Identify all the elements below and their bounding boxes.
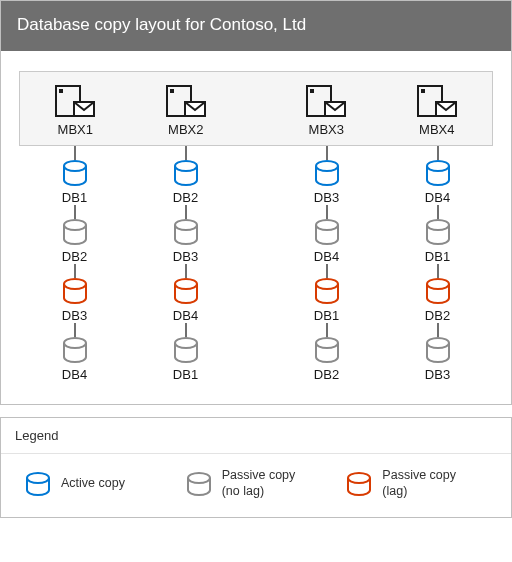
diagram-content: MBX1 MBX2 MBX3 MBX4 DB1 DB2 (1, 51, 511, 404)
server-label: MBX4 (419, 122, 454, 137)
svg-point-19 (175, 338, 197, 348)
server: MBX3 (271, 82, 382, 137)
db-copy: DB2 (425, 278, 451, 323)
db-copy: DB3 (425, 337, 451, 382)
legend-frame: Legend Active copy Passive copy(no lag) … (0, 417, 512, 518)
diagram-frame: Database copy layout for Contoso, Ltd MB… (0, 0, 512, 405)
database-icon (425, 160, 451, 186)
svg-point-23 (316, 338, 338, 348)
svg-rect-7 (310, 89, 314, 93)
database-icon (314, 278, 340, 304)
connector (437, 205, 439, 219)
dag-server-row: MBX1 MBX2 MBX3 MBX4 (19, 71, 493, 146)
connector (74, 146, 76, 160)
svg-point-25 (427, 220, 449, 230)
db-label: DB1 (173, 367, 198, 382)
db-label: DB1 (425, 249, 450, 264)
database-icon (425, 278, 451, 304)
database-icon (173, 219, 199, 245)
svg-point-30 (348, 473, 370, 483)
connector (326, 323, 328, 337)
server-gap (241, 82, 271, 137)
server-icon-wrap (305, 82, 347, 118)
server: MBX1 (20, 82, 131, 137)
server-label: MBX2 (168, 122, 203, 137)
server-icon-wrap (165, 82, 207, 118)
stack-gap (241, 146, 271, 382)
db-copy: DB4 (173, 278, 199, 323)
database-icon (62, 219, 88, 245)
db-copy: DB1 (62, 160, 88, 205)
db-label: DB2 (62, 249, 87, 264)
svg-point-13 (64, 220, 86, 230)
server-icon-wrap (54, 82, 96, 118)
db-label: DB4 (425, 190, 450, 205)
svg-point-16 (175, 161, 197, 171)
legend-heading: Legend (1, 418, 511, 454)
db-copy: DB1 (425, 219, 451, 264)
svg-point-15 (64, 338, 86, 348)
svg-point-28 (27, 473, 49, 483)
svg-rect-10 (421, 89, 425, 93)
db-label: DB1 (62, 190, 87, 205)
connector (437, 323, 439, 337)
db-label: DB3 (425, 367, 450, 382)
copy-stack: DB4 DB1 DB2 DB3 (382, 146, 493, 382)
connector (185, 205, 187, 219)
db-label: DB3 (62, 308, 87, 323)
database-icon (173, 337, 199, 363)
legend-label: Passive copy(lag) (382, 468, 456, 499)
connector (74, 323, 76, 337)
svg-rect-4 (170, 89, 174, 93)
database-icon (314, 219, 340, 245)
database-icon (314, 337, 340, 363)
connector (437, 264, 439, 278)
connector (185, 264, 187, 278)
database-icon (346, 472, 372, 496)
server-label: MBX3 (309, 122, 344, 137)
database-icon (173, 160, 199, 186)
copy-columns: DB1 DB2 DB3 DB4 DB2 DB3 (19, 146, 493, 382)
db-label: DB4 (314, 249, 339, 264)
db-copy: DB3 (173, 219, 199, 264)
svg-point-14 (64, 279, 86, 289)
legend-body: Active copy Passive copy(no lag) Passive… (1, 454, 511, 517)
svg-point-21 (316, 220, 338, 230)
server-mail-icon (54, 84, 96, 118)
copy-stack: DB1 DB2 DB3 DB4 (19, 146, 130, 382)
diagram-title: Database copy layout for Contoso, Ltd (1, 1, 511, 51)
database-icon (425, 219, 451, 245)
db-copy: DB1 (314, 278, 340, 323)
db-copy: DB3 (62, 278, 88, 323)
database-icon (173, 278, 199, 304)
svg-rect-1 (59, 89, 63, 93)
db-copy: DB4 (62, 337, 88, 382)
db-label: DB2 (425, 308, 450, 323)
svg-point-12 (64, 161, 86, 171)
db-copy: DB2 (62, 219, 88, 264)
server: MBX4 (382, 82, 493, 137)
svg-point-27 (427, 338, 449, 348)
connector (185, 323, 187, 337)
legend-label: Passive copy(no lag) (222, 468, 296, 499)
svg-point-20 (316, 161, 338, 171)
server-label: MBX1 (58, 122, 93, 137)
svg-point-18 (175, 279, 197, 289)
connector (326, 205, 328, 219)
db-label: DB2 (173, 190, 198, 205)
db-label: DB2 (314, 367, 339, 382)
db-label: DB1 (314, 308, 339, 323)
database-icon (25, 472, 51, 496)
svg-point-29 (188, 473, 210, 483)
legend-item: Passive copy(lag) (346, 468, 497, 499)
db-copy: DB3 (314, 160, 340, 205)
copy-stack: DB3 DB4 DB1 DB2 (271, 146, 382, 382)
db-label: DB4 (62, 367, 87, 382)
connector (74, 205, 76, 219)
connector (326, 264, 328, 278)
db-copy: DB4 (425, 160, 451, 205)
server-mail-icon (305, 84, 347, 118)
db-label: DB3 (314, 190, 339, 205)
db-copy: DB2 (314, 337, 340, 382)
server-mail-icon (165, 84, 207, 118)
